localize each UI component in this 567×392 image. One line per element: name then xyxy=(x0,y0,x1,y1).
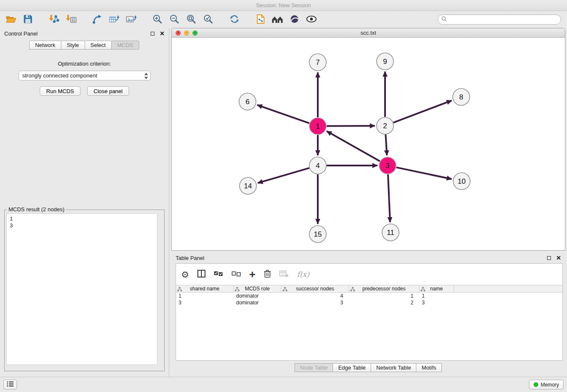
add-column-icon[interactable]: + xyxy=(249,270,256,279)
column-header-name[interactable]: name xyxy=(419,285,454,292)
network-graph[interactable]: 7968124314101511 xyxy=(172,38,564,250)
graph-node-9[interactable]: 9 xyxy=(377,53,394,70)
delete-column-trash-icon[interactable] xyxy=(264,269,271,279)
zoom-in-button[interactable] xyxy=(151,13,164,26)
cell-successor-nodes: 4 xyxy=(281,293,349,299)
float-table-panel-icon[interactable] xyxy=(547,256,551,260)
graph-node-6[interactable]: 6 xyxy=(239,93,256,110)
table-tab-edge-table[interactable]: Edge Table xyxy=(333,363,371,372)
graph-node-3[interactable]: 3 xyxy=(379,157,396,174)
graph-node-10[interactable]: 10 xyxy=(453,173,470,190)
table-row-3[interactable]: 3dominator323 xyxy=(176,299,562,306)
open-network-file-button[interactable] xyxy=(254,13,267,26)
edge-3-to-10[interactable] xyxy=(396,167,452,179)
graph-node-11[interactable]: 11 xyxy=(382,224,399,241)
float-panel-icon[interactable] xyxy=(151,32,154,36)
select-all-icon[interactable] xyxy=(214,271,223,279)
edge-4-to-14[interactable] xyxy=(258,168,309,183)
minimize-window-icon[interactable]: − xyxy=(184,30,189,36)
close-table-panel-icon[interactable]: ✕ xyxy=(556,256,561,260)
apply-style-button[interactable] xyxy=(288,13,301,26)
cell-mcds-role: dominator xyxy=(234,299,281,306)
cell-predecessor-nodes: 1 xyxy=(349,293,419,299)
maximize-window-icon[interactable]: + xyxy=(193,30,198,36)
column-header-shared-name[interactable]: shared name xyxy=(176,285,234,292)
clone-network-icon xyxy=(109,14,120,25)
function-builder-icon: f(x) xyxy=(297,270,309,279)
column-header-successor-nodes[interactable]: successor nodes xyxy=(281,285,349,292)
graph-node-7[interactable]: 7 xyxy=(309,54,326,71)
close-window-icon[interactable]: ✕ xyxy=(176,30,181,36)
new-network-button[interactable] xyxy=(91,13,104,26)
table-settings-gear-icon[interactable]: ⚙ xyxy=(181,270,189,279)
search-input[interactable] xyxy=(449,17,557,22)
graph-node-4[interactable]: 4 xyxy=(309,157,326,174)
dropdown-value: strongly connected component xyxy=(22,72,97,79)
control-tab-network[interactable]: Network xyxy=(29,41,61,50)
import-network-button[interactable] xyxy=(47,13,61,26)
close-panel-icon[interactable]: ✕ xyxy=(160,31,165,36)
column-header-mcds-role[interactable]: MCDS role xyxy=(234,285,281,292)
refresh-view-button[interactable] xyxy=(228,13,241,26)
show-column-icon[interactable] xyxy=(197,270,206,279)
graph-node-8[interactable]: 8 xyxy=(453,88,470,105)
open-session-button[interactable] xyxy=(4,13,18,26)
global-search[interactable] xyxy=(438,14,561,25)
list-icon xyxy=(7,381,14,388)
delete-table-icon xyxy=(279,270,289,279)
svg-text:2: 2 xyxy=(383,122,387,130)
network-analyzer-button[interactable] xyxy=(271,13,284,26)
run-mcds-button[interactable]: Run MCDS xyxy=(40,86,80,96)
table-tab-motifs[interactable]: Motifs xyxy=(416,363,442,372)
svg-text:8: 8 xyxy=(459,93,463,101)
deselect-all-icon[interactable] xyxy=(231,271,241,279)
column-label: name xyxy=(430,286,443,292)
edge-1-to-6[interactable] xyxy=(257,105,310,123)
edge-3-to-1[interactable] xyxy=(327,131,380,161)
control-tab-select[interactable]: Select xyxy=(85,41,112,50)
cell-name: 3 xyxy=(419,299,454,306)
column-header-predecessor-nodes[interactable]: predecessor nodes xyxy=(349,285,419,292)
save-session-button[interactable] xyxy=(21,13,35,26)
graph-node-2[interactable]: 2 xyxy=(377,117,394,134)
control-tab-style[interactable]: Style xyxy=(61,41,85,50)
close-panel-button[interactable]: Close panel xyxy=(87,86,129,96)
memory-status-icon xyxy=(534,382,538,387)
table-tab-node-table[interactable]: Node Table xyxy=(295,363,333,372)
cell-shared-name: 3 xyxy=(176,299,234,306)
mcds-result-text[interactable]: 1 3 xyxy=(6,213,157,365)
network-canvas[interactable]: 7968124314101511 xyxy=(172,38,565,250)
table-panel-body: ⚙ + f(x) shared nameMCDS rolesuccessor n… xyxy=(176,263,563,361)
control-panel-header: Control Panel ✕ xyxy=(0,28,169,39)
export-image-button[interactable] xyxy=(124,13,138,26)
table-row-1[interactable]: 1dominator411 xyxy=(176,293,562,299)
edge-2-to-8[interactable] xyxy=(394,100,452,122)
memory-button[interactable]: Memory xyxy=(529,380,564,389)
mcds-result-title: MCDS result (2 nodes) xyxy=(7,206,66,213)
graph-node-14[interactable]: 14 xyxy=(239,177,256,194)
search-icon xyxy=(441,16,447,23)
column-tree-icon xyxy=(235,287,239,293)
import-table-icon xyxy=(66,14,77,25)
show-graphics-details-button[interactable] xyxy=(305,13,318,26)
table-body: 1dominator4113dominator323 xyxy=(176,293,562,306)
zoom-fit-button[interactable] xyxy=(184,13,198,26)
graph-node-1[interactable]: 1 xyxy=(309,118,326,135)
table-tab-network-table[interactable]: Network Table xyxy=(371,363,416,372)
graph-node-15[interactable]: 15 xyxy=(309,226,326,243)
cell-successor-nodes: 3 xyxy=(281,299,349,306)
show-panel-list-button[interactable] xyxy=(3,380,17,389)
zoom-selected-button[interactable] xyxy=(201,13,215,26)
criterion-dropdown[interactable]: strongly connected component xyxy=(19,71,151,80)
cell-mcds-role: dominator xyxy=(234,293,281,299)
main-toolbar xyxy=(0,11,567,28)
edge-1-to-2[interactable] xyxy=(327,126,375,126)
import-table-button[interactable] xyxy=(64,13,78,26)
zoom-out-button[interactable] xyxy=(168,13,181,26)
control-tab-mcds[interactable]: MCDS xyxy=(111,41,139,50)
edge-2-to-3[interactable] xyxy=(385,135,387,155)
network-window-titlebar[interactable]: ✕ − + scc.txt xyxy=(172,28,565,38)
clone-network-button[interactable] xyxy=(107,13,121,26)
control-panel-title: Control Panel xyxy=(4,30,151,37)
edge-3-to-11[interactable] xyxy=(388,174,390,222)
